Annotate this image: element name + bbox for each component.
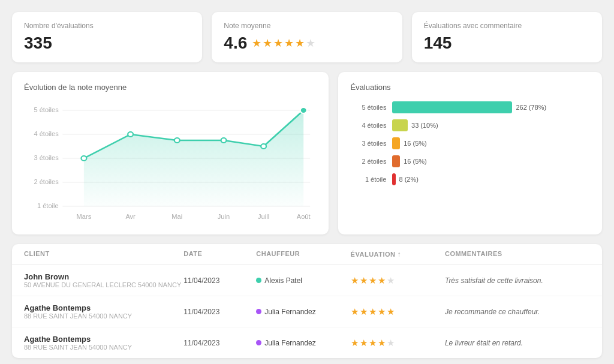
date-cell: 11/04/2023 xyxy=(183,308,256,316)
comment-cell: Le livreur était en retard. xyxy=(445,339,590,347)
evaluations-value: 335 xyxy=(24,34,190,53)
th-chauffeur: CHAUFFEUR xyxy=(256,250,350,258)
star-4: ★ xyxy=(378,338,386,348)
th-date: DATE xyxy=(183,250,256,258)
chauffeur-cell: Julia Fernandez xyxy=(256,308,350,316)
point-aout xyxy=(300,107,307,113)
stat-note: Note moyenne 4.6 ★ ★ ★ ★ ★ ★ xyxy=(212,12,402,62)
client-name: Agathe Bontemps xyxy=(24,303,183,312)
table-row: Agathe Bontemps88 RUE SAINT JEAN 54000 N… xyxy=(12,296,602,327)
svg-text:2 étoiles: 2 étoiles xyxy=(34,179,58,185)
stars-cell: ★★★★★ xyxy=(351,306,445,317)
star-2: ★ xyxy=(360,306,368,317)
evaluations-label: Nombre d'évaluations xyxy=(24,22,190,30)
star-1: ★ xyxy=(351,338,359,348)
svg-text:Juill: Juill xyxy=(258,213,269,220)
bar-track: 16 (5%) xyxy=(392,137,590,149)
area-fill xyxy=(84,110,303,206)
svg-text:Août: Août xyxy=(297,213,311,220)
chauffeur-dot xyxy=(256,278,261,283)
bar-label: 1 étoile xyxy=(350,176,386,183)
bar-label: 3 étoiles xyxy=(350,140,386,147)
svg-text:3 étoiles: 3 étoiles xyxy=(34,155,58,161)
stats-row: Nombre d'évaluations 335 Note moyenne 4.… xyxy=(12,12,602,62)
bar-row: 1 étoile8 (2%) xyxy=(350,173,590,185)
sort-icon: ↑ xyxy=(397,250,401,258)
bar-row: 3 étoiles16 (5%) xyxy=(350,137,590,149)
star-4: ★ xyxy=(378,275,386,286)
svg-text:Avr: Avr xyxy=(125,213,136,220)
star-5: ★ xyxy=(387,306,395,317)
point-avr xyxy=(128,132,133,137)
table-card: CLIENT DATE CHAUFFEUR ÉVALUATION ↑ COMME… xyxy=(12,244,602,358)
bar-pct-label: 262 (78%) xyxy=(516,104,546,111)
bar-track: 262 (78%) xyxy=(392,101,590,113)
star-3: ★ xyxy=(369,306,377,317)
bar-fill xyxy=(392,137,400,149)
bar-row: 4 étoiles33 (10%) xyxy=(350,119,590,131)
comment-cell: Je recommande ce chauffeur. xyxy=(445,308,590,316)
chauffeur-name: Alexis Patel xyxy=(264,276,302,285)
client-name: Agathe Bontemps xyxy=(24,335,183,344)
bar-label: 4 étoiles xyxy=(350,122,386,129)
client-name: John Brown xyxy=(24,272,183,281)
star-1: ★ xyxy=(351,275,359,286)
chauffeur-cell: Alexis Patel xyxy=(256,276,350,285)
line-chart-card: Évolution de la note moyenne 5 étoiles 4… xyxy=(12,72,329,234)
chauffeur-dot xyxy=(256,309,261,314)
bar-row: 5 étoiles262 (78%) xyxy=(350,101,590,113)
star-2: ★ xyxy=(263,37,272,50)
client-cell: Agathe Bontemps88 RUE SAINT JEAN 54000 N… xyxy=(24,303,183,320)
bar-row: 2 étoiles16 (5%) xyxy=(350,155,590,167)
client-address: 50 AVENUE DU GENERAL LECLERC 54000 NANCY xyxy=(24,281,183,288)
bar-fill xyxy=(392,173,395,185)
point-mai xyxy=(174,138,180,143)
stars-cell: ★★★★★ xyxy=(351,338,445,348)
star-4: ★ xyxy=(378,306,386,317)
table-body: John Brown50 AVENUE DU GENERAL LECLERC 5… xyxy=(12,265,602,358)
charts-row: Évolution de la note moyenne 5 étoiles 4… xyxy=(12,72,602,234)
point-mars xyxy=(81,156,86,161)
star-3: ★ xyxy=(369,275,377,286)
bar-pct-label: 16 (5%) xyxy=(404,158,427,165)
chauffeur-name: Julia Fernandez xyxy=(264,308,315,316)
bar-chart-title: Évaluations xyxy=(350,83,590,92)
star-2: ★ xyxy=(360,338,368,348)
comment-cell: Très satisfait de cette livraison. xyxy=(445,276,590,285)
svg-text:Mars: Mars xyxy=(77,213,92,220)
note-value: 4.6 xyxy=(224,34,247,53)
star-1: ★ xyxy=(351,306,359,317)
bar-pct-label: 16 (5%) xyxy=(404,140,427,147)
bar-rows: 5 étoiles262 (78%)4 étoiles33 (10%)3 éto… xyxy=(350,101,590,185)
bar-fill xyxy=(392,119,408,131)
table-row: John Brown50 AVENUE DU GENERAL LECLERC 5… xyxy=(12,265,602,296)
th-commentaires: COMMENTAIRES xyxy=(445,250,590,258)
client-cell: John Brown50 AVENUE DU GENERAL LECLERC 5… xyxy=(24,272,183,288)
eval-sort: ÉVALUATION ↑ xyxy=(351,250,401,258)
dashboard: Nombre d'évaluations 335 Note moyenne 4.… xyxy=(12,12,602,358)
stars-cell: ★★★★★ xyxy=(351,275,445,286)
line-chart-svg: 5 étoiles 4 étoiles 3 étoiles 2 étoiles … xyxy=(24,101,317,221)
bar-pct-label: 8 (2%) xyxy=(399,176,419,183)
th-client: CLIENT xyxy=(24,250,183,258)
stat-evaluations: Nombre d'évaluations 335 xyxy=(12,12,202,62)
star-3: ★ xyxy=(369,338,377,348)
bar-chart-card: Évaluations 5 étoiles262 (78%)4 étoiles3… xyxy=(338,72,602,234)
chauffeur-name: Julia Fernandez xyxy=(264,339,315,347)
point-juin xyxy=(221,138,227,143)
client-address: 88 RUE SAINT JEAN 54000 NANCY xyxy=(24,312,183,320)
bar-track: 8 (2%) xyxy=(392,173,590,185)
star-1: ★ xyxy=(252,37,261,50)
bar-track: 16 (5%) xyxy=(392,155,590,167)
note-label: Note moyenne xyxy=(224,22,390,30)
star-5: ★ xyxy=(295,37,305,50)
stat-commentaires: Évaluations avec commentaire 145 xyxy=(412,12,602,62)
note-stars: ★ ★ ★ ★ ★ ★ xyxy=(252,37,315,50)
star-5: ★ xyxy=(387,338,395,348)
star-3: ★ xyxy=(273,37,283,50)
svg-text:Juin: Juin xyxy=(218,213,230,220)
star-5: ★ xyxy=(387,275,395,286)
bar-label: 5 étoiles xyxy=(350,104,386,111)
bar-fill xyxy=(392,101,512,113)
svg-text:1 étoile: 1 étoile xyxy=(37,203,59,209)
